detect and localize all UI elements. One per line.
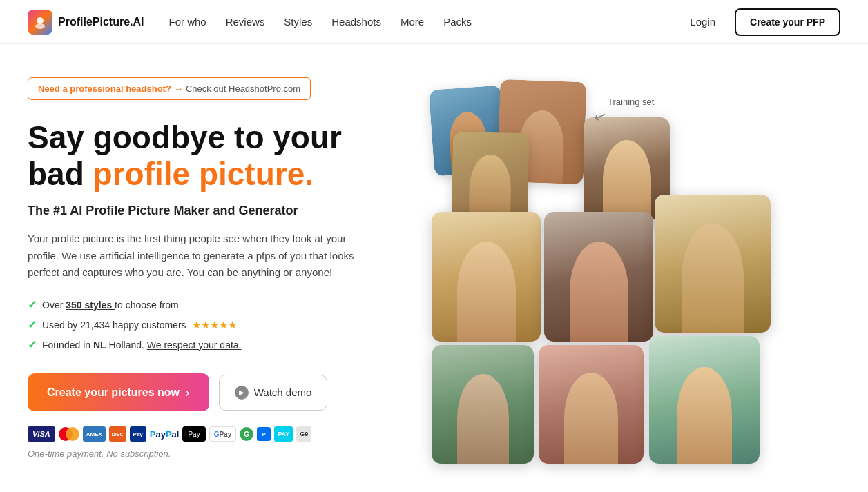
hero-title-line2-plain: bad xyxy=(28,156,93,192)
visa-icon: VISA xyxy=(28,426,55,442)
g9-icon: G9 xyxy=(296,426,311,442)
promo-banner[interactable]: Need a professional headshot? → Check ou… xyxy=(28,77,311,100)
cta-row: Create your pictures now › ▶ Watch demo xyxy=(28,373,373,411)
create-pictures-button[interactable]: Create your pictures now › xyxy=(28,373,209,411)
login-button[interactable]: Login xyxy=(682,10,724,33)
stripe-icon: PAY xyxy=(274,426,293,442)
hero-subtitle: The #1 AI Profile Picture Maker and Gene… xyxy=(28,204,373,218)
banner-text: Check out HeadshotPro.com xyxy=(186,83,300,94)
ai-photo-3 xyxy=(544,212,653,342)
paypal-text-icon: PayPal xyxy=(150,426,180,442)
payment-note: One-time payment. No subscription. xyxy=(28,449,373,459)
real-photo-3 xyxy=(452,132,529,224)
blue-pay-icon: P xyxy=(257,427,271,441)
banner-highlight: Need a professional headshot? xyxy=(38,83,171,94)
nav-more[interactable]: More xyxy=(401,16,424,28)
check-icon-1: ✓ xyxy=(28,298,37,311)
nav-reviews[interactable]: Reviews xyxy=(226,16,265,28)
svg-point-0 xyxy=(37,17,44,24)
training-label: Training set xyxy=(608,97,654,107)
ai-photo-5 xyxy=(432,345,534,464)
create-button-label: Create your pictures now xyxy=(47,386,180,399)
left-panel: Need a professional headshot? → Check ou… xyxy=(28,77,373,459)
svg-point-1 xyxy=(35,23,45,29)
nav-links: For who Reviews Styles Headshots More Pa… xyxy=(168,16,472,28)
feature-styles: ✓ Over 350 styles to choose from xyxy=(28,298,373,311)
feature-founded: ✓ Founded in NL Holland. We respect your… xyxy=(28,338,373,351)
create-pfp-button[interactable]: Create your PFP xyxy=(735,8,840,36)
payment-icons: VISA AMEX DISC Pay PayPal Pay GPay G P xyxy=(28,426,373,442)
amex-icon: AMEX xyxy=(83,426,106,442)
ai-photo-4 xyxy=(655,195,771,333)
play-icon: ▶ xyxy=(235,386,249,400)
respect-data-link[interactable]: We respect your data. xyxy=(147,340,242,351)
hero-title-line1: Say goodbye to your xyxy=(28,119,342,155)
star-rating: ★★★★★ xyxy=(192,319,237,331)
discover-icon: DISC xyxy=(109,426,126,442)
ai-photo-2 xyxy=(432,212,541,342)
hero-title-accent: profile picture. xyxy=(93,156,314,192)
hero-body: Your profile picture is the first thing … xyxy=(28,230,373,282)
paypal-icon: Pay xyxy=(130,426,146,442)
main-content: Need a professional headshot? → Check ou… xyxy=(0,44,868,491)
nav-for-who[interactable]: For who xyxy=(168,16,206,28)
styles-link[interactable]: 350 styles xyxy=(66,299,115,311)
hero-title: Say goodbye to your bad profile picture. xyxy=(28,119,373,193)
create-button-arrow: › xyxy=(185,384,190,400)
check-icon-2: ✓ xyxy=(28,318,37,331)
applepay-icon: Pay xyxy=(182,426,205,442)
navbar: ProfilePicture.AI For who Reviews Styles… xyxy=(0,0,868,44)
watch-demo-button[interactable]: ▶ Watch demo xyxy=(219,375,328,411)
nav-packs[interactable]: Packs xyxy=(443,16,472,28)
logo[interactable]: ProfilePicture.AI xyxy=(28,10,144,35)
right-panel: Training set ↙ xyxy=(387,77,840,491)
ai-photo-7 xyxy=(649,336,760,464)
nav-headshots[interactable]: Headshots xyxy=(331,16,381,28)
watch-demo-label: Watch demo xyxy=(254,386,312,398)
nav-styles[interactable]: Styles xyxy=(284,16,312,28)
google-icon: G xyxy=(240,427,253,441)
feature-list: ✓ Over 350 styles to choose from ✓ Used … xyxy=(28,298,373,351)
googlepay-icon: GPay xyxy=(209,426,237,442)
banner-arrow: → xyxy=(174,83,183,94)
mastercard-icon xyxy=(59,426,79,442)
brand-name: ProfilePicture.AI xyxy=(58,16,144,28)
ai-photo-6 xyxy=(539,345,644,464)
feature-customers: ✓ Used by 21,434 happy customers ★★★★★ xyxy=(28,318,373,331)
check-icon-3: ✓ xyxy=(28,338,37,351)
